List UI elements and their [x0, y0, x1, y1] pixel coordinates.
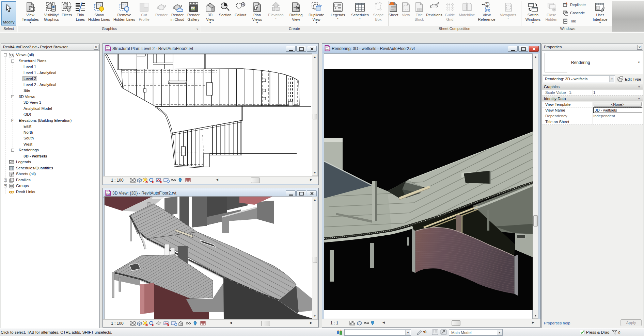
- svg-text:1: 1: [486, 3, 488, 6]
- svg-text:RVT: RVT: [106, 193, 110, 195]
- svg-text:RVT: RVT: [326, 49, 330, 51]
- svg-text:RVT: RVT: [106, 49, 110, 51]
